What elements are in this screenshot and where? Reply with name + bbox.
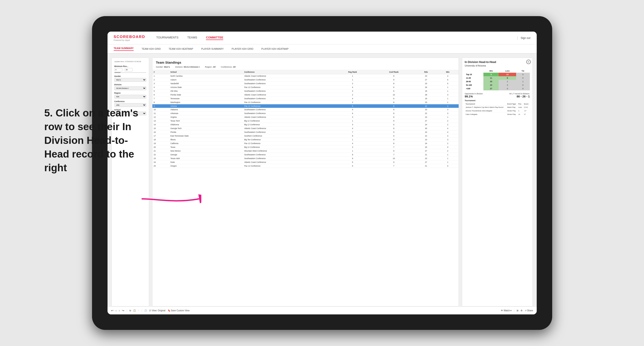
min-rounds-input[interactable] [114, 68, 122, 71]
table-row[interactable]: 4 Arizona State Pac-12 Conference 4 6 26… [152, 86, 458, 89]
table-row[interactable]: 20 Texas Big 12 Conference 3 7 20 0 [152, 145, 458, 149]
h2h-51100-loss: 3 [499, 83, 516, 87]
division-filter-display: Division: NCAA Division I [175, 66, 200, 68]
filter-min-rounds-label: Minimum Rou... [114, 65, 146, 67]
save-custom-view-btn[interactable]: 🔖 Save Custom View [168, 309, 190, 312]
table-row[interactable]: 1 North Carolina Atlantic Coast Conferen… [152, 74, 458, 78]
separator: | [517, 36, 518, 40]
subnav-player-summary[interactable]: PLAYER SUMMARY [201, 47, 224, 50]
toolbar-sep2: + [138, 309, 139, 312]
table-row[interactable]: 19 California Pac-12 Conference 4 8 24 2 [152, 142, 458, 145]
opponents-label: Opponents in division: [465, 93, 484, 95]
tablet-device: SCOREBOARD Powered by clippd TOURNAMENTS… [92, 16, 552, 330]
tournament-row-1[interactable]: Jackson T. Stephens Cup Men's Match-Play… [465, 106, 530, 109]
h2h-close-btn[interactable]: ✕ [526, 60, 531, 64]
next-btn[interactable]: › [119, 309, 120, 312]
table-row[interactable]: 8 Washington Pac-12 Conference 2 8 23 1 [152, 101, 458, 104]
clock-icon: 🕐 [144, 309, 147, 312]
copy-btn[interactable]: ⧉ [130, 309, 131, 312]
h2h-gt100-win: 27 [484, 87, 499, 90]
table-row[interactable]: 15 Georgia Tech Atlantic Coast Conferenc… [152, 127, 458, 130]
layout-btn[interactable]: ⊞ [516, 309, 518, 312]
redo-btn[interactable]: ↪ [122, 309, 124, 312]
conference-filter-display: Conference: All [221, 66, 236, 68]
h2h-51100-win: 20 [484, 83, 499, 87]
toolbar-sep4: | [514, 309, 514, 312]
nav-committee[interactable]: COMMITTEE [206, 36, 223, 40]
prev-btn[interactable]: ‹ [116, 309, 116, 312]
nav-teams[interactable]: TEAMS [187, 36, 197, 40]
table-row[interactable]: 18 Illinois Big Ten Conference 1 9 23 3 [152, 138, 458, 142]
table-row[interactable]: 21 New Mexico Mountain West Conference 1… [152, 149, 458, 153]
tournament-row-2[interactable]: Arizona Thunderbirds Intercollegiate Str… [465, 109, 530, 113]
sign-out-btn[interactable]: Sign out [520, 36, 530, 39]
table-row[interactable]: 12 Virginia Atlantic Coast Conference 3 … [152, 115, 458, 119]
subnav-player-h2h-grid[interactable]: PLAYER H2H GRID [232, 47, 253, 50]
table-row[interactable]: 5 Ole Miss Southeastern Conference 3 6 1… [152, 89, 458, 93]
table-row[interactable]: 14 Oklahoma Big 12 Conference 3 6 24 2 [152, 123, 458, 127]
wlt-value: 86 - 26 - 1 [509, 95, 530, 98]
table-row[interactable]: 16 Florida Southeastern Conference 7 9 2… [152, 130, 458, 134]
table-row[interactable]: 22 Georgia Southeastern Conference 8 7 2… [152, 153, 458, 157]
h2h-row-label-51100: 51-100 [465, 83, 484, 87]
logo-sub: Powered by clippd [114, 39, 145, 41]
region-select[interactable]: N/A [114, 95, 146, 99]
filter-gender-label: Gender [114, 75, 146, 77]
max-rounds-input[interactable] [124, 68, 132, 71]
subnav-player-h2h-heatmap[interactable]: PLAYER H2H HEATMAP [261, 47, 288, 50]
tablet-screen: SCOREBOARD Powered by clippd TOURNAMENTS… [108, 32, 537, 314]
subnav-team-h2h-heatmap[interactable]: TEAM H2H HEATMAP [168, 47, 193, 50]
table-row[interactable]: 23 Texas A&M Southeastern Conference 9 1… [152, 157, 458, 161]
table-row[interactable]: 17 East Tennessee State Southern Confere… [152, 134, 458, 138]
table-row[interactable]: 6 Florida State Atlantic Coast Conferenc… [152, 93, 458, 97]
tournament-table: Tournament Event Type Pos Score Jackson … [465, 103, 530, 116]
table-row[interactable]: 11 Arkansas Southeastern Conference 6 8 … [152, 112, 458, 115]
top-nav: SCOREBOARD Powered by clippd TOURNAMENTS… [108, 32, 537, 44]
table-row[interactable]: 9 Arizona Pac-12 Conference 5 8 22 2 [152, 104, 458, 108]
subnav-team-summary[interactable]: TEAM SUMMARY [114, 47, 134, 51]
table-row[interactable]: 10 Alabama Southeastern Conference 5 8 2… [152, 108, 458, 112]
toolbar-sep1: | [126, 309, 127, 312]
logo-text: SCOREBOARD [114, 35, 145, 39]
share-btn[interactable]: ↗ Share [525, 309, 533, 312]
toolbar-sep3: | [142, 309, 142, 312]
h2h-2650-loss: 2 [499, 80, 516, 83]
view-original-btn[interactable]: ☑ View: Original [149, 309, 165, 312]
table-row[interactable]: 25 Oregon Pac-12 Conference 5 7 21 0 [152, 164, 458, 168]
h2h-title: In Division Head-to-Head [465, 61, 530, 64]
h2h-row-label-2650: 26-50 [465, 80, 484, 83]
h2h-2650-win: 25 [484, 80, 499, 83]
division-select[interactable]: NCAA Division I [114, 86, 146, 90]
tournament-row-3[interactable]: Cabo Collegiate Stroke Play 11 17 [465, 113, 530, 116]
table-row[interactable]: 24 Duke Atlantic Coast Conference 5 9 27… [152, 161, 458, 164]
h2h-top10-tie: 0 [516, 73, 530, 76]
table-row[interactable]: 2 Auburn Southeastern Conference 1 9 27 … [152, 78, 458, 82]
table-row[interactable]: 13 Texas Tech Big 12 Conference 1 9 27 2 [152, 119, 458, 123]
filter-gender: Gender Men's [114, 75, 146, 82]
watch-btn[interactable]: 👁 Watch ▾ [501, 309, 512, 312]
h2h-1125-win: 11 [484, 76, 499, 80]
table-row[interactable]: 7 Tennessee Southeastern Conference 4 6 … [152, 97, 458, 101]
undo-btn[interactable]: ↩ [111, 309, 114, 312]
filter-min-rounds: Minimum Rou... - [114, 65, 146, 73]
h2h-1125-loss: 8 [499, 76, 516, 80]
filter-conference-label: Conference [114, 100, 146, 103]
h2h-1125-tie: 0 [516, 76, 530, 80]
standings-table-wrapper[interactable]: # School Conference Reg Rank Conf Rank R… [152, 70, 458, 306]
annotation-text: 5. Click on a team's row to see their In… [44, 106, 144, 174]
table-row[interactable]: 3 Vanderbilt Southeastern Conference 2 8… [152, 82, 458, 86]
gender-select[interactable]: Men's [114, 78, 146, 82]
opponents-section: Opponents in division: 99.1% W-L-T recor… [465, 93, 530, 98]
h2h-gt100-loss: 0 [499, 87, 516, 90]
paste-btn[interactable]: 📋 [133, 309, 136, 312]
subnav-team-h2h-grid[interactable]: TEAM H2H GRID [142, 47, 160, 50]
nav-tournaments[interactable]: TOURNAMENTS [156, 36, 178, 40]
gender-filter-display: Gender: Men's [156, 66, 170, 68]
opponents-value: 99.1% [465, 95, 484, 98]
standings-header: Team Standings Gender: Men's Division: N… [152, 58, 458, 70]
filter-region: Region N/A [114, 92, 146, 99]
settings-btn[interactable]: ⚙ [520, 309, 522, 312]
h2h-top10-loss: 13 [499, 73, 516, 76]
h2h-2650-tie: 1 [516, 80, 530, 83]
nav-links: TOURNAMENTS TEAMS COMMITTEE [156, 36, 517, 40]
